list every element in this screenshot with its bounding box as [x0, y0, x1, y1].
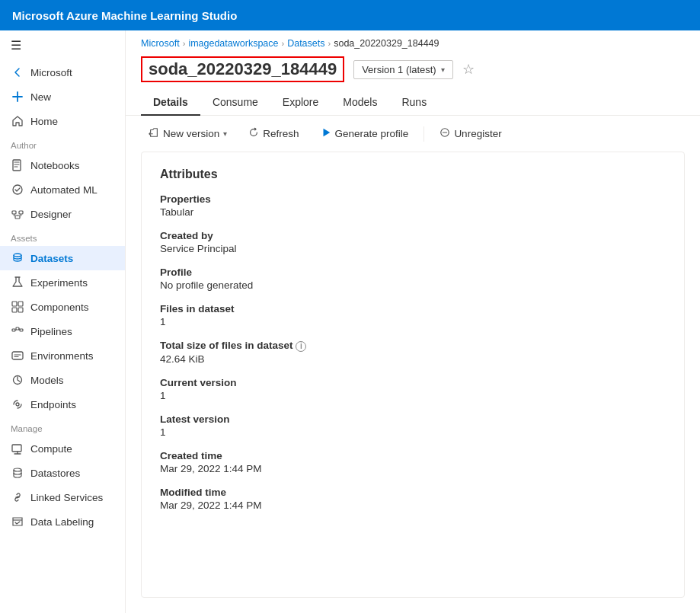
sidebar-item-pipelines[interactable]: Pipelines — [0, 319, 125, 343]
linked-services-label: Linked Services — [30, 492, 103, 503]
breadcrumb: Microsoft › imagedataworkspace › Dataset… — [126, 30, 700, 53]
models-label: Models — [30, 375, 64, 386]
svg-rect-9 — [18, 308, 23, 312]
generate-profile-icon — [321, 127, 331, 140]
linked-services-icon — [11, 490, 24, 504]
attr-latest-version: Latest version 1 — [160, 413, 666, 438]
sidebar-item-experiments[interactable]: Experiments — [0, 270, 125, 295]
tab-details[interactable]: Details — [141, 90, 200, 116]
tab-consume[interactable]: Consume — [200, 90, 270, 116]
attributes-card: Attributes Properties Tabular Created by… — [141, 152, 685, 598]
dataset-title: soda_20220329_184449 — [141, 56, 344, 82]
pipelines-label: Pipelines — [30, 326, 72, 337]
microsoft-label: Microsoft — [30, 67, 72, 78]
sidebar-item-components[interactable]: Components — [0, 295, 125, 319]
attr-total-size-label: Total size of files in dataset i — [160, 340, 666, 352]
dataset-header: soda_20220329_184449 Version 1 (latest) … — [126, 53, 700, 90]
new-version-button[interactable]: New version ▾ — [141, 123, 235, 144]
svg-rect-16 — [12, 445, 21, 452]
breadcrumb-current: soda_20220329_184449 — [334, 38, 439, 49]
endpoints-icon — [11, 397, 24, 411]
experiments-icon — [11, 276, 24, 289]
sidebar-item-home[interactable]: Home — [0, 109, 125, 133]
new-label: New — [30, 91, 51, 103]
attr-total-size: Total size of files in dataset i 42.64 K… — [160, 340, 666, 365]
breadcrumb-sep3: › — [328, 39, 331, 48]
home-icon — [11, 114, 24, 128]
sidebar-item-notebooks[interactable]: Notebooks — [0, 153, 125, 177]
svg-marker-18 — [323, 129, 330, 137]
environments-label: Environments — [30, 350, 94, 362]
new-version-chevron: ▾ — [223, 129, 227, 138]
attr-files-value: 1 — [160, 316, 666, 327]
tab-models[interactable]: Models — [331, 90, 389, 116]
attr-properties-label: Properties — [160, 193, 666, 205]
experiments-label: Experiments — [30, 277, 88, 289]
data-labeling-icon — [11, 515, 24, 528]
svg-point-5 — [14, 254, 21, 257]
attr-latest-version-value: 1 — [160, 426, 666, 438]
star-icon[interactable]: ☆ — [462, 61, 475, 78]
attr-modified-time-value: Mar 29, 2022 1:44 PM — [160, 500, 666, 511]
unregister-icon — [439, 127, 450, 140]
attr-modified-time: Modified time Mar 29, 2022 1:44 PM — [160, 487, 666, 511]
back-icon — [11, 65, 24, 79]
attr-created-by-label: Created by — [160, 230, 666, 241]
attr-files-label: Files in dataset — [160, 303, 666, 314]
total-size-info-icon[interactable]: i — [296, 341, 306, 352]
attr-current-version-value: 1 — [160, 390, 666, 401]
generate-profile-button[interactable]: Generate profile — [313, 123, 417, 144]
plus-icon — [11, 90, 24, 104]
refresh-button[interactable]: Refresh — [241, 123, 306, 144]
tab-explore[interactable]: Explore — [270, 90, 331, 116]
content-area: Microsoft › imagedataworkspace › Dataset… — [126, 30, 700, 613]
generate-profile-label: Generate profile — [335, 128, 409, 139]
sidebar-item-designer[interactable]: Designer — [0, 202, 125, 226]
sidebar-item-endpoints[interactable]: Endpoints — [0, 392, 125, 417]
sidebar-item-microsoft[interactable]: Microsoft — [0, 60, 125, 85]
svg-point-15 — [16, 403, 19, 406]
attr-created-by-value: Service Principal — [160, 243, 666, 254]
datastores-icon — [11, 466, 24, 480]
sidebar-item-models[interactable]: Models — [0, 368, 125, 392]
sidebar-item-environments[interactable]: Environments — [0, 343, 125, 368]
breadcrumb-microsoft[interactable]: Microsoft — [141, 38, 180, 49]
sidebar-item-linked-services[interactable]: Linked Services — [0, 485, 125, 509]
attr-current-version: Current version 1 — [160, 377, 666, 401]
tab-runs[interactable]: Runs — [389, 90, 439, 116]
attr-total-size-value: 42.64 KiB — [160, 353, 666, 365]
main-layout: ☰ Microsoft New Home Author — [0, 30, 700, 613]
breadcrumb-datasets[interactable]: Datasets — [287, 38, 324, 49]
breadcrumb-sep2: › — [282, 39, 285, 48]
sidebar-item-datasets[interactable]: Datasets — [0, 246, 125, 270]
sidebar-item-datastores[interactable]: Datastores — [0, 461, 125, 485]
components-label: Components — [30, 302, 89, 313]
breadcrumb-workspace[interactable]: imagedataworkspace — [188, 38, 278, 49]
manage-section: Manage — [0, 417, 125, 436]
hamburger-menu[interactable]: ☰ — [0, 30, 125, 60]
sidebar-item-compute[interactable]: Compute — [0, 436, 125, 461]
sidebar-item-new[interactable]: New — [0, 85, 125, 109]
notebooks-icon — [11, 158, 24, 172]
sidebar-item-data-labeling[interactable]: Data Labeling — [0, 509, 125, 534]
designer-label: Designer — [30, 209, 72, 220]
data-labeling-label: Data Labeling — [30, 516, 94, 528]
svg-rect-10 — [12, 329, 15, 331]
datastores-label: Datastores — [30, 468, 80, 479]
compute-icon — [11, 442, 24, 455]
svg-rect-7 — [18, 302, 23, 306]
author-section: Author — [0, 133, 125, 153]
attr-profile: Profile No profile generated — [160, 267, 666, 291]
attributes-title: Attributes — [160, 168, 666, 181]
tabs-bar: Details Consume Explore Models Runs — [126, 90, 700, 116]
environments-icon — [11, 349, 24, 362]
unregister-button[interactable]: Unregister — [432, 123, 509, 144]
models-icon — [11, 373, 24, 387]
unregister-label: Unregister — [454, 128, 501, 139]
sidebar-item-automated-ml[interactable]: Automated ML — [0, 177, 125, 202]
svg-point-17 — [14, 468, 21, 471]
version-dropdown[interactable]: Version 1 (latest) ▾ — [353, 60, 453, 79]
attr-created-time: Created time Mar 29, 2022 1:44 PM — [160, 450, 666, 474]
svg-rect-4 — [15, 216, 20, 219]
svg-point-1 — [13, 185, 22, 194]
